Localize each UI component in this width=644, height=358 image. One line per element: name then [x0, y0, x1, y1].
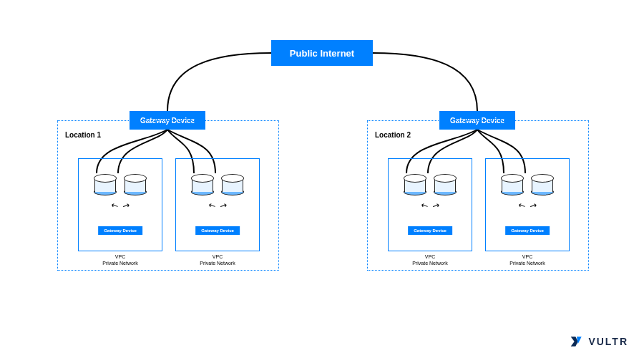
internal-arrows: ↖ ↗ [176, 200, 259, 211]
server-cylinder-icon [532, 175, 553, 195]
vpc-caption-l1: VPC [176, 253, 259, 260]
vpc-caption-l1: VPC [389, 253, 472, 260]
vpc-caption: VPC Private Network [176, 253, 259, 266]
location-1-vpc-b: ↖ ↗ Gateway Device VPC Private Network [175, 158, 260, 251]
arrow-up-icon: ↗ [527, 199, 539, 211]
location-1-vpc-a: ↖ ↗ Gateway Device VPC Private Network [78, 158, 162, 251]
server-cylinder-icon [222, 175, 243, 195]
vpc-caption-l2: Private Network [486, 260, 569, 266]
vpc-gateway-label: Gateway Device [505, 226, 550, 235]
arrow-up-icon: ↖ [206, 199, 218, 211]
arrow-up-icon: ↖ [419, 199, 430, 211]
arrow-up-icon: ↗ [218, 199, 229, 211]
arrow-up-icon: ↗ [430, 199, 441, 211]
vpc-caption-l2: Private Network [176, 260, 259, 266]
vpc-caption-l2: Private Network [79, 260, 162, 266]
internal-arrows: ↖ ↗ [79, 200, 162, 211]
public-internet-label: Public Internet [290, 48, 354, 59]
vpc-gateway-label: Gateway Device [98, 226, 142, 235]
location-2-container: Location 2 ↖ ↗ Gateway Device VPC Privat… [367, 120, 589, 271]
vultr-logo: VULTR [570, 335, 628, 348]
server-cylinder-icon [125, 175, 146, 195]
server-cylinder-icon [94, 175, 116, 195]
arrow-up-icon: ↗ [120, 199, 132, 211]
location-1-container: Location 1 ↖ ↗ Gateway Device VPC Privat… [57, 120, 279, 271]
vpc-instances [486, 175, 569, 195]
vpc-caption: VPC Private Network [79, 253, 162, 266]
vpc-instances [389, 175, 472, 195]
vpc-instances [176, 175, 259, 195]
arrow-up-icon: ↖ [516, 199, 527, 211]
vpc-caption-l2: Private Network [389, 260, 472, 266]
public-internet-box: Public Internet [271, 40, 373, 66]
vpc-caption-l1: VPC [486, 253, 569, 260]
vultr-logo-text: VULTR [588, 336, 628, 347]
server-cylinder-icon [404, 175, 426, 195]
vpc-gateway-label: Gateway Device [195, 226, 240, 235]
vpc-caption: VPC Private Network [486, 253, 569, 266]
vpc-caption: VPC Private Network [389, 253, 472, 266]
location-1-label: Location 1 [65, 131, 101, 139]
server-cylinder-icon [502, 175, 523, 195]
internal-arrows: ↖ ↗ [486, 200, 569, 211]
location-2-label: Location 2 [375, 131, 411, 139]
vpc-caption-l1: VPC [79, 253, 162, 260]
internal-arrows: ↖ ↗ [389, 200, 472, 211]
vultr-logo-icon [570, 335, 584, 348]
location-2-vpc-a: ↖ ↗ Gateway Device VPC Private Network [388, 158, 472, 251]
server-cylinder-icon [192, 175, 213, 195]
vpc-gateway-label: Gateway Device [408, 226, 452, 235]
vpc-instances [79, 175, 162, 195]
server-cylinder-icon [434, 175, 456, 195]
location-2-vpc-b: ↖ ↗ Gateway Device VPC Private Network [485, 158, 570, 251]
arrow-up-icon: ↖ [109, 199, 120, 211]
